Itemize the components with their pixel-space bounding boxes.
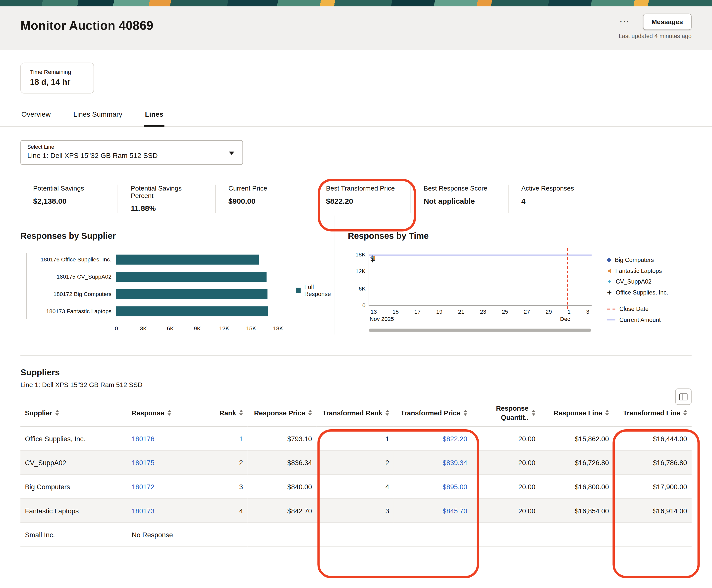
- kpi-current-price: Current Price $900.00: [216, 185, 313, 213]
- kpi-active-responses: Active Responses 4: [509, 185, 606, 213]
- table-row: Small Inc. No Response: [20, 523, 692, 547]
- legend-item-big-computers: Big Computers: [607, 256, 668, 263]
- messages-button[interactable]: Messages: [643, 14, 692, 30]
- decorative-banner: [0, 0, 712, 6]
- full-response-swatch: [296, 288, 301, 293]
- sort-icon[interactable]: [605, 410, 609, 416]
- tab-bar: Overview Lines Summary Lines: [0, 110, 712, 127]
- close-date-line: [567, 248, 568, 309]
- table-row: Fantastic Laptops 180173 4 $842.70 3 $84…: [20, 499, 692, 523]
- suppliers-section: Suppliers Line 1: Dell XPS 15"32 GB Ram …: [0, 368, 712, 547]
- legend-item-fantastic-laptops: Fantastic Laptops: [607, 267, 668, 274]
- sort-icon[interactable]: [532, 410, 535, 416]
- supplier-name: CV_SuppA02: [20, 450, 127, 475]
- time-x-axis: 13 15 17 19 21 23 25 27 29 1 3: [369, 306, 591, 315]
- sort-icon[interactable]: [56, 410, 59, 416]
- sort-icon[interactable]: [167, 410, 171, 416]
- kpi-row: Potential Savings $2,138.00 Potential Sa…: [20, 185, 712, 213]
- transformed-price-link[interactable]: $895.00: [443, 483, 467, 490]
- time-x-axis-groups: Nov 2025 Dec: [369, 315, 591, 323]
- table-header-row: Supplier Response Rank Response Price Tr…: [20, 399, 692, 426]
- time-chart-scrollbar[interactable]: [369, 329, 591, 332]
- time-remaining-card: Time Remaining 18 d, 14 hr: [20, 63, 94, 93]
- supplier-name: Big Computers: [20, 475, 127, 499]
- select-line-dropdown[interactable]: Select Line Line 1: Dell XPS 15"32 GB Ra…: [20, 140, 243, 165]
- response-link[interactable]: 180172: [131, 483, 154, 490]
- kpi-potential-savings: Potential Savings $2,138.00: [20, 185, 118, 213]
- responses-by-supplier-title: Responses by Supplier: [20, 231, 335, 241]
- sort-icon[interactable]: [386, 410, 389, 416]
- tab-lines[interactable]: Lines: [144, 110, 164, 127]
- col-transformed-rank: Transformed Rank: [317, 399, 394, 426]
- bar-chart-legend: Full Response: [296, 284, 334, 297]
- kpi-potential-savings-percent: Potential Savings Percent 11.88%: [118, 185, 216, 213]
- more-actions-icon[interactable]: ⋯: [616, 15, 633, 28]
- bar: [117, 272, 267, 282]
- col-response-price: Response Price: [247, 399, 316, 426]
- col-supplier: Supplier: [20, 399, 127, 426]
- chevron-down-icon: [229, 151, 235, 155]
- solid-line-icon: [607, 319, 615, 320]
- plus-marker-icon: ✚: [607, 290, 611, 295]
- suppliers-table: Supplier Response Rank Response Price Tr…: [20, 399, 692, 547]
- no-response-text: No Response: [127, 523, 202, 547]
- bar-row: 180172 Big Computers: [30, 286, 278, 303]
- select-line-label: Select Line: [27, 144, 236, 150]
- col-response-quantity: Response Quantit..: [472, 399, 540, 426]
- bar-chart-axis: [26, 253, 27, 319]
- sort-icon[interactable]: [308, 410, 312, 416]
- kpi-best-response-score: Best Response Score Not applicable: [411, 185, 508, 213]
- bar: [117, 289, 267, 299]
- sort-icon[interactable]: [239, 410, 243, 416]
- legend-item-office-supplies: ✚ Office Supplies, Inc.: [607, 289, 668, 296]
- col-response: Response: [127, 399, 202, 426]
- supplier-name: Office Supplies, Inc.: [20, 426, 127, 450]
- manage-columns-button[interactable]: [675, 388, 692, 405]
- col-rank: Rank: [202, 399, 247, 426]
- suppliers-subtitle: Line 1: Dell XPS 15"32 GB Ram 512 SSD: [20, 381, 692, 388]
- bar-row: 180173 Fantastic Laptops: [30, 303, 278, 320]
- sort-icon[interactable]: [464, 410, 467, 416]
- tab-overview[interactable]: Overview: [20, 110, 52, 126]
- current-amount-line: [369, 255, 592, 256]
- table-row: CV_SuppA02 180175 2 $836.34 2 $839.34 20…: [20, 450, 692, 475]
- response-link[interactable]: 180175: [131, 459, 154, 466]
- table-row: Big Computers 180172 3 $840.00 4 $895.00…: [20, 475, 692, 499]
- sort-icon[interactable]: [684, 410, 687, 416]
- legend-item-current-amount: Current Amount: [607, 316, 668, 323]
- section-divider: [20, 355, 692, 356]
- bar-row: 180176 Office Supplies, Inc.: [30, 251, 278, 268]
- kpi-best-transformed-price: Best Transformed Price $822.20: [313, 185, 411, 213]
- transformed-price-link[interactable]: $822.20: [443, 435, 467, 442]
- bar: [117, 307, 268, 316]
- supplier-name: Fantastic Laptops: [20, 499, 127, 523]
- transformed-price-link[interactable]: $839.34: [443, 459, 467, 466]
- series-marker-icon: ✚: [370, 258, 375, 264]
- page-header: Monitor Auction 40869 ⋯ Messages Last up…: [0, 6, 712, 50]
- time-remaining-label: Time Remaining: [30, 69, 84, 76]
- col-response-line: Response Line: [540, 399, 613, 426]
- page: Monitor Auction 40869 ⋯ Messages Last up…: [0, 0, 712, 588]
- page-title: Monitor Auction 40869: [20, 19, 692, 33]
- bar-row: 180175 CV_SuppA02: [30, 268, 278, 285]
- bar: [117, 255, 259, 265]
- full-response-label: Full Response: [304, 284, 335, 297]
- dashed-line-icon: [607, 309, 615, 310]
- triangle-marker-icon: [607, 268, 611, 273]
- col-transformed-price: Transformed Price: [394, 399, 472, 426]
- response-link[interactable]: 180176: [131, 435, 154, 442]
- legend-item-cv-suppa02: ✦ CV_SuppA02: [607, 278, 668, 285]
- responses-by-supplier-chart: Responses by Supplier 180176 Office Supp…: [0, 216, 335, 335]
- responses-by-time-title: Responses by Time: [348, 231, 712, 241]
- diamond-marker-icon: [606, 257, 611, 262]
- transformed-price-link[interactable]: $845.70: [443, 507, 467, 514]
- time-chart-legend: Big Computers Fantastic Laptops ✦ CV_Sup…: [607, 256, 668, 332]
- legend-item-close-date: Close Date: [607, 306, 668, 312]
- responses-by-time-chart: Responses by Time 18K 12K 6K 0 ✦✚ 13 15 …: [335, 216, 712, 335]
- last-updated-text: Last updated 4 minutes ago: [619, 33, 692, 39]
- response-link[interactable]: 180173: [131, 507, 154, 514]
- time-plot: 18K 12K 6K 0 ✦✚: [369, 251, 592, 306]
- time-remaining-value: 18 d, 14 hr: [30, 78, 84, 87]
- star-marker-icon: ✦: [607, 279, 611, 284]
- tab-lines-summary[interactable]: Lines Summary: [73, 110, 123, 126]
